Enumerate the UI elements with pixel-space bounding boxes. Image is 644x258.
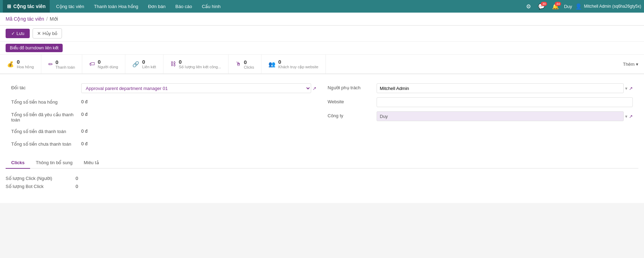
chat-icon-btn[interactable]: 💬 30 bbox=[536, 3, 547, 10]
menu-cau-hinh[interactable]: Cấu hình bbox=[197, 0, 226, 13]
breadcrumb-current: Mới bbox=[50, 16, 58, 22]
tong-yeu-cau-label: Tổng số tiền đã yêu cầu thanh toán bbox=[11, 110, 81, 123]
khach-icon: 👥 bbox=[268, 61, 275, 68]
admin-icon: 👤 bbox=[575, 3, 582, 10]
navbar: ⊞ Cộng tác viên Cộng tác viên Thanh toán… bbox=[0, 0, 644, 13]
stat-tab-clicks[interactable]: 🖱 0 Clicks bbox=[229, 55, 261, 74]
tab-thong-tin-bo-sung[interactable]: Thông tin bổ sung bbox=[30, 157, 78, 169]
admin-user-menu[interactable]: 👤 Mitchell Admin (sq6ha26gty5x) bbox=[575, 3, 641, 10]
thanh-toan-label: Thanh toán bbox=[56, 65, 75, 69]
brand-label: Cộng tác viên bbox=[13, 4, 46, 9]
website-row: Website bbox=[328, 95, 633, 109]
breadcrumb-parent[interactable]: Mã Cộng tác viên bbox=[6, 16, 44, 22]
so-luong-lk-label: Số lượng liên kết công... bbox=[179, 65, 221, 69]
nguoi-phu-trach-label: Người phụ trách bbox=[328, 83, 377, 90]
check-icon: ✓ bbox=[11, 31, 15, 36]
so-luong-click-row: Số lượng Click (Người) 0 bbox=[6, 174, 638, 182]
menu-bao-cao[interactable]: Báo cáo bbox=[170, 0, 197, 13]
tong-hoa-hong-value: 0 đ bbox=[81, 98, 316, 106]
stat-tab-nguoi-dung[interactable]: 🏷 0 Người dùng bbox=[82, 55, 125, 74]
doi-tac-row: Đối tác Approval parent department manag… bbox=[11, 81, 316, 96]
so-luong-lk-icon: ⛓ bbox=[170, 61, 176, 67]
stats-bar: Biểu đồ burndown liên kết bbox=[0, 42, 644, 55]
more-stats-button[interactable]: Thêm ▾ bbox=[617, 55, 644, 74]
thanh-toan-count: 0 bbox=[56, 59, 75, 65]
tab-mieu-ta[interactable]: Miêu tả bbox=[78, 157, 104, 169]
website-input[interactable] bbox=[377, 97, 633, 107]
action-bar: ✓ Lưu ✕ Hủy bỏ bbox=[0, 26, 644, 42]
clicks-icon: 🖱 bbox=[236, 61, 241, 67]
so-luong-click-label: Số lượng Click (Người) bbox=[6, 176, 76, 181]
cong-ty-external-link-icon[interactable]: ↗ bbox=[629, 114, 633, 119]
nguoi-dung-icon: 🏷 bbox=[89, 61, 95, 67]
chat-badge: 30 bbox=[541, 2, 547, 6]
stat-tabs: 💰 0 Hoa hồng ✏ 0 Thanh toán 🏷 0 Người dù… bbox=[0, 55, 644, 74]
tong-da-thanh-toan-row: Tổng số tiền đã thanh toán 0 đ bbox=[11, 125, 316, 138]
form-grid: Đối tác Approval parent department manag… bbox=[6, 81, 638, 150]
settings-icon: ⚙ bbox=[526, 3, 531, 10]
cong-ty-dropdown-icon[interactable]: ▾ bbox=[625, 114, 628, 119]
nguoi-phu-trach-row: Người phụ trách ▾ ↗ bbox=[328, 81, 633, 95]
burndown-button[interactable]: Biểu đồ burndown liên kết bbox=[6, 44, 63, 52]
doi-tac-external-link-icon[interactable]: ↗ bbox=[313, 86, 316, 91]
admin-name: Mitchell Admin (sq6ha26gty5x) bbox=[584, 4, 641, 9]
so-luong-lk-count: 0 bbox=[179, 59, 221, 65]
navbar-menu: Cộng tác viên Thanh toán Hoa hồng Đơn bá… bbox=[51, 0, 225, 13]
settings-icon-btn[interactable]: ⚙ bbox=[524, 3, 533, 10]
tong-hoa-hong-label: Tổng số tiền hoa hồng bbox=[11, 98, 81, 105]
tong-da-thanh-toan-value: 0 đ bbox=[81, 127, 316, 135]
chevron-down-icon: ▾ bbox=[636, 62, 638, 67]
more-label: Thêm bbox=[623, 62, 635, 67]
nguoi-phu-trach-dropdown-icon[interactable]: ▾ bbox=[625, 86, 628, 91]
tong-da-thanh-toan-label: Tổng số tiền đã thanh toán bbox=[11, 127, 81, 134]
menu-thanh-toan[interactable]: Thanh toán Hoa hồng bbox=[89, 0, 144, 13]
lien-ket-count: 0 bbox=[142, 59, 156, 65]
tong-chua-thanh-toan-label: Tổng số tiền chưa thanh toán bbox=[11, 140, 81, 147]
nguoi-phu-trach-external-link-icon[interactable]: ↗ bbox=[629, 86, 633, 91]
tong-yeu-cau-value: 0 đ bbox=[81, 110, 316, 118]
clicks-count: 0 bbox=[244, 59, 254, 65]
save-label: Lưu bbox=[16, 31, 24, 36]
stat-tab-lien-ket[interactable]: 🔗 0 Liên kết bbox=[125, 55, 163, 74]
website-label: Website bbox=[328, 97, 377, 104]
so-luong-bot-row: Số lượng Bot Click 0 bbox=[6, 182, 638, 190]
tab-clicks[interactable]: Clicks bbox=[6, 157, 30, 169]
tab-content-clicks: Số lượng Click (Người) 0 Số lượng Bot Cl… bbox=[6, 169, 638, 196]
user-menu[interactable]: Duy bbox=[564, 4, 572, 9]
nguoi-dung-count: 0 bbox=[98, 59, 118, 65]
breadcrumb: Mã Cộng tác viên / Mới bbox=[0, 13, 644, 26]
form-left-col: Đối tác Approval parent department manag… bbox=[6, 81, 322, 150]
so-luong-click-value: 0 bbox=[76, 176, 78, 181]
stat-tab-hoa-hong[interactable]: 💰 0 Hoa hồng bbox=[0, 55, 41, 74]
khach-label: Khách truy cập website bbox=[278, 65, 318, 69]
tong-yeu-cau-row: Tổng số tiền đã yêu cầu thanh toán 0 đ bbox=[11, 108, 316, 125]
bell-badge: 44 bbox=[555, 2, 561, 6]
nguoi-phu-trach-input-wrapper: ▾ ↗ bbox=[377, 83, 633, 93]
hoa-hong-count: 0 bbox=[17, 59, 34, 65]
so-luong-bot-value: 0 bbox=[76, 184, 78, 189]
doi-tac-select[interactable]: Approval parent department manager 01 bbox=[81, 83, 311, 93]
clicks-label: Clicks bbox=[244, 65, 254, 69]
lien-ket-icon: 🔗 bbox=[132, 61, 139, 68]
navbar-right: ⚙ 💬 30 🔔 44 Duy 👤 Mitchell Admin (sq6ha2… bbox=[524, 3, 641, 10]
stat-tab-thanh-toan[interactable]: ✏ 0 Thanh toán bbox=[41, 55, 83, 74]
tong-chua-thanh-toan-value: 0 đ bbox=[81, 140, 316, 148]
lien-ket-label: Liên kết bbox=[142, 65, 156, 69]
cong-ty-input-wrapper: ▾ ↗ bbox=[377, 111, 633, 121]
stat-tab-so-luong-lk[interactable]: ⛓ 0 Số lượng liên kết công... bbox=[163, 55, 229, 74]
hoa-hong-icon: 💰 bbox=[7, 61, 14, 68]
cong-ty-input[interactable] bbox=[377, 111, 624, 121]
menu-cong-tac-vien[interactable]: Cộng tác viên bbox=[51, 0, 89, 13]
cancel-label: Hủy bỏ bbox=[42, 31, 57, 36]
save-button[interactable]: ✓ Lưu bbox=[6, 29, 30, 38]
user-name: Duy bbox=[564, 4, 572, 9]
bell-icon-btn[interactable]: 🔔 44 bbox=[550, 3, 561, 10]
navbar-brand[interactable]: ⊞ Cộng tác viên bbox=[3, 0, 50, 13]
thanh-toan-icon: ✏ bbox=[48, 61, 53, 68]
tong-hoa-hong-row: Tổng số tiền hoa hồng 0 đ bbox=[11, 96, 316, 108]
nguoi-phu-trach-input[interactable] bbox=[377, 83, 624, 93]
cancel-button[interactable]: ✕ Hủy bỏ bbox=[33, 28, 62, 39]
x-icon: ✕ bbox=[37, 31, 41, 36]
menu-don-ban[interactable]: Đơn bán bbox=[143, 0, 170, 13]
stat-tab-khach[interactable]: 👥 0 Khách truy cập website bbox=[261, 55, 326, 74]
